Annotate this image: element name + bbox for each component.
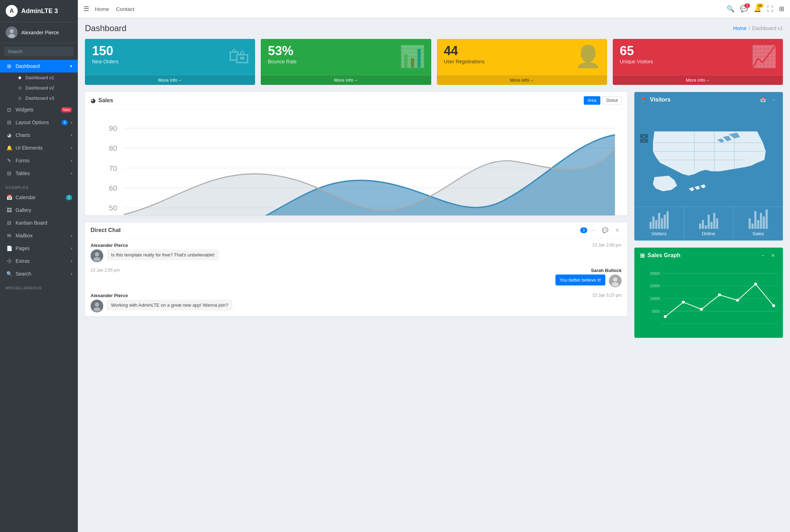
bar [754, 211, 756, 229]
menu-toggle-button[interactable]: ☰ [83, 5, 89, 13]
bottom-row: ◕ Sales Area Donut [85, 92, 783, 338]
bar [650, 222, 652, 229]
sidebar-item-gallery[interactable]: 🖼 Gallery [0, 204, 78, 216]
badge: 6 [62, 120, 68, 125]
users-icon: 👤 [575, 44, 601, 69]
orders-icon: 🛍 [228, 44, 249, 68]
chevron-icon: ‹ [71, 271, 72, 276]
dashboard-icon: ⊞ [6, 63, 13, 69]
tables-icon: ⊟ [6, 170, 13, 176]
avatar [609, 274, 622, 287]
bar [766, 209, 768, 229]
area-button[interactable]: Area [584, 96, 600, 105]
sidebar-item-label: Kanban Board [16, 220, 72, 226]
stat-label: User Registrations [444, 59, 485, 64]
chart-dot [736, 299, 739, 302]
chevron-icon: ‹ [71, 120, 72, 125]
bar [716, 218, 718, 229]
chart-icon: ◕ [91, 97, 96, 104]
sidebar-item-forms[interactable]: ✎ Forms ‹ [0, 154, 78, 167]
svg-point-2 [8, 34, 15, 38]
chat-time: 23 Jan 2:00 pm [592, 243, 622, 248]
stat-card-footer[interactable]: More info → [85, 75, 255, 85]
stat-card-footer[interactable]: More info → [613, 75, 783, 85]
bounce-icon: 📊 [399, 44, 426, 69]
avatar [91, 249, 103, 262]
submenu-label: Dashboard v3 [25, 96, 54, 101]
footer-text: More info [686, 77, 705, 83]
sidebar-item-mailbox[interactable]: ✉ Mailbox ‹ [0, 229, 78, 242]
arrow-right-icon: → [529, 77, 534, 83]
charts-icon: ◕ [6, 132, 13, 138]
stat-card-visitors: 65 Unique Visitors 📈 More info → [613, 39, 783, 85]
examples-header: EXAMPLES [0, 183, 78, 191]
sidebar-item-dashboard-v3[interactable]: Dashboard v3 [0, 93, 78, 103]
minimize-button[interactable]: − [760, 252, 767, 259]
sidebar-item-kanban[interactable]: ⊟ Kanban Board [0, 216, 78, 229]
chat-message-button[interactable]: 💬 [600, 227, 610, 234]
sidebar-item-label: Pages [16, 245, 68, 251]
apps-button[interactable]: ⊞ [779, 5, 784, 13]
sidebar-item-label: Calendar [16, 195, 63, 200]
sidebar-item-tables[interactable]: ⊟ Tables ‹ [0, 167, 78, 180]
minimize-button[interactable]: − [770, 96, 777, 103]
close-button[interactable]: ✕ [769, 252, 777, 259]
sales-graph-body: 20000 15000 10000 5000 [634, 263, 783, 338]
sidebar-item-extras[interactable]: ➕ Extras ‹ [0, 255, 78, 267]
footer-text: More info [334, 77, 353, 83]
search-input[interactable] [4, 47, 71, 56]
mailbox-icon: ✉ [6, 233, 13, 238]
sidebar-item-label: Extras [16, 258, 68, 264]
topbar-nav-home[interactable]: Home [95, 6, 109, 12]
sidebar-item-dashboard[interactable]: ⊞ Dashboard ▾ Dashboard v1 Dashboard v2 [0, 60, 78, 103]
content-wrapper: Dashboard Home / Dashboard v1 150 New Or… [78, 18, 790, 532]
fullscreen-button[interactable]: ⛶ [767, 5, 773, 13]
sidebar-item-pages[interactable]: 📄 Pages ‹ [0, 242, 78, 255]
calendar-button[interactable]: 📅 [758, 96, 768, 103]
donut-button[interactable]: Donut [602, 96, 622, 105]
search-button[interactable]: 🔍 [71, 47, 74, 56]
sidebar-item-calendar[interactable]: 📅 Calendar 2 [0, 191, 78, 204]
ui-icon: 🔔 [6, 145, 13, 151]
left-col: ◕ Sales Area Donut [85, 92, 627, 338]
sidebar-item-label: Forms [16, 158, 68, 163]
search-button[interactable]: 🔍 [727, 5, 734, 13]
chat-sender: Alexander Pierce [91, 293, 128, 298]
sidebar-item-layout[interactable]: ⊟ Layout Options 6 ‹ [0, 116, 78, 129]
chat-close-button[interactable]: ✕ [613, 227, 622, 234]
stat-number: 150 [92, 45, 119, 57]
sidebar-item-widgets[interactable]: ⊡ Widgets New [0, 103, 78, 116]
svg-point-34 [93, 307, 100, 312]
stat-card-footer[interactable]: More info → [261, 75, 431, 85]
bar [757, 220, 759, 229]
chevron-icon: ‹ [71, 259, 72, 264]
online-mini-chart [688, 211, 729, 229]
sidebar-item-dashboard-v2[interactable]: Dashboard v2 [0, 83, 78, 93]
stat-number: 65 [620, 45, 653, 57]
messages-button[interactable]: 💬 3 [740, 5, 748, 13]
chat-minimize-button[interactable]: − [590, 227, 597, 234]
sidebar-item-dashboard-v1[interactable]: Dashboard v1 [0, 73, 78, 83]
breadcrumb-home[interactable]: Home [733, 25, 746, 31]
arrow-right-icon: → [353, 77, 358, 83]
circle-icon [18, 87, 21, 89]
chat-time: 23 Jan 5:37 pm [592, 293, 622, 298]
topbar-nav-contact[interactable]: Contact [116, 6, 134, 12]
sidebar-item-charts[interactable]: ◕ Charts ‹ [0, 129, 78, 141]
chevron-icon: ‹ [71, 246, 72, 251]
chevron-icon: ‹ [71, 145, 72, 150]
badge: New [61, 107, 72, 112]
sales-chart-card: ◕ Sales Area Donut [85, 92, 627, 215]
bar [664, 215, 666, 229]
sidebar-item-ui[interactable]: 🔔 UI Elements ‹ [0, 141, 78, 154]
stat-card-footer[interactable]: More info → [437, 75, 607, 85]
dashboard-submenu: Dashboard v1 Dashboard v2 Dashboard v3 [0, 73, 78, 103]
kanban-icon: ⊟ [6, 220, 13, 226]
breadcrumb-separator: / [749, 25, 750, 31]
notifications-button[interactable]: 🔔 15 [754, 5, 761, 13]
bar [702, 220, 704, 229]
sidebar-item-search[interactable]: 🔍 Search ‹ [0, 267, 78, 280]
grid-icon: ⊞ [640, 252, 645, 259]
widgets-icon: ⊡ [6, 107, 13, 112]
visitors-mini-chart [639, 211, 679, 229]
